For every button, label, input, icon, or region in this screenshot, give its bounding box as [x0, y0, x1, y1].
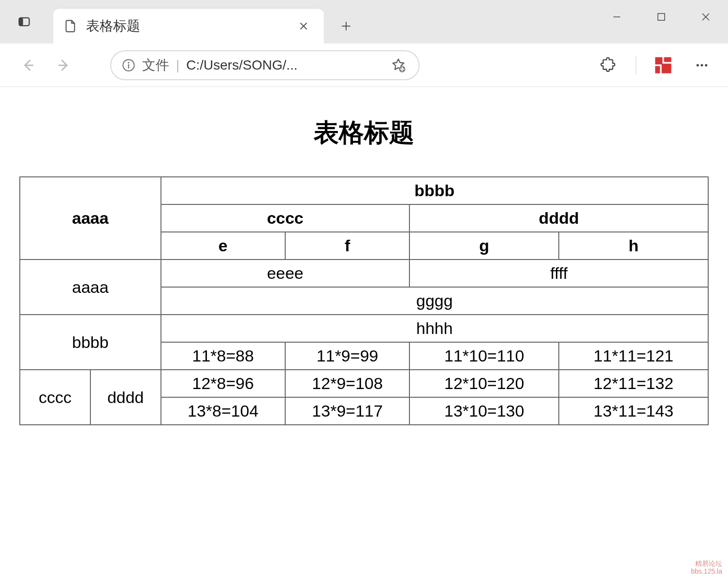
- star-plus-icon: [391, 58, 406, 73]
- svg-rect-1: [19, 18, 23, 26]
- svg-rect-8: [655, 66, 660, 73]
- table-row: bbbb hhhh: [20, 315, 708, 342]
- th-h: h: [559, 232, 708, 260]
- minimize-icon: [612, 12, 622, 22]
- td-hhhh: hhhh: [161, 315, 708, 342]
- td-bbbb: bbbb: [20, 315, 161, 370]
- page-content: 表格标题 aaaa bbbb cccc dddd e f g h aaaa ee…: [0, 87, 728, 578]
- address-separator: |: [176, 58, 179, 73]
- puzzle-icon: [600, 57, 617, 73]
- maximize-button[interactable]: [639, 0, 684, 34]
- toolbar-divider: [636, 57, 636, 74]
- window-controls: [595, 0, 728, 34]
- svg-point-11: [701, 64, 703, 66]
- td-aaaa: aaaa: [20, 260, 161, 315]
- address-url: C:/Users/SONG/...: [186, 58, 389, 73]
- td-eeee: eeee: [161, 260, 410, 287]
- td-cell: 11*9=99: [285, 342, 409, 370]
- td-cell: 11*11=121: [559, 342, 708, 370]
- minimize-button[interactable]: [595, 0, 639, 34]
- td-cell: 13*8=104: [161, 397, 285, 425]
- active-tab[interactable]: 表格标题: [53, 9, 324, 43]
- td-dddd: dddd: [90, 370, 161, 425]
- td-cell: 13*11=143: [559, 397, 708, 425]
- settings-menu-button[interactable]: [690, 54, 713, 77]
- back-button[interactable]: [15, 52, 42, 79]
- td-cell: 11*8=88: [161, 342, 285, 370]
- watermark: 精易论坛 bbs.125.la: [691, 560, 722, 575]
- td-cell: 12*10=120: [409, 370, 559, 397]
- svg-point-12: [705, 64, 707, 66]
- close-window-button[interactable]: [684, 0, 728, 34]
- th-cccc: cccc: [161, 204, 410, 232]
- browser-window: 表格标题: [0, 0, 728, 578]
- td-cell: 11*10=110: [409, 342, 559, 370]
- svg-point-4: [128, 62, 129, 63]
- app-logo-icon: [654, 56, 673, 75]
- td-cell: 13*9=117: [285, 397, 409, 425]
- th-e: e: [161, 232, 285, 260]
- close-icon: [299, 22, 308, 30]
- toolbar-right: [597, 54, 713, 77]
- td-cell: 13*10=130: [409, 397, 559, 425]
- th-aaaa: aaaa: [20, 177, 161, 260]
- watermark-line2: bbs.125.la: [691, 568, 722, 575]
- svg-point-10: [697, 64, 699, 66]
- svg-rect-9: [662, 63, 671, 73]
- td-cell: 12*11=132: [559, 370, 708, 397]
- th-g: g: [409, 232, 559, 260]
- tab-overview-icon: [17, 15, 31, 29]
- td-cell: 12*9=108: [285, 370, 409, 397]
- extension-app-button[interactable]: [652, 54, 675, 77]
- table-row: aaaa eeee ffff: [20, 260, 708, 287]
- forward-button[interactable]: [50, 52, 77, 79]
- plus-icon: [341, 21, 351, 31]
- address-bar[interactable]: 文件 | C:/Users/SONG/...: [110, 50, 420, 80]
- extensions-button[interactable]: [597, 54, 620, 77]
- maximize-icon: [657, 13, 666, 21]
- th-dddd: dddd: [409, 204, 708, 232]
- table-row: aaaa bbbb: [20, 177, 708, 204]
- ellipsis-icon: [695, 58, 709, 72]
- arrow-left-icon: [21, 58, 35, 72]
- close-tab-button[interactable]: [294, 16, 313, 36]
- info-icon: [122, 58, 135, 72]
- watermark-line1: 精易论坛: [691, 560, 722, 567]
- toolbar: 文件 | C:/Users/SONG/...: [0, 43, 728, 87]
- add-favorite-button[interactable]: [389, 56, 408, 75]
- td-ffff: ffff: [409, 260, 708, 287]
- svg-rect-6: [655, 57, 662, 64]
- th-f: f: [285, 232, 409, 260]
- td-cell: 12*8=96: [161, 370, 285, 397]
- titlebar-left: [0, 0, 48, 43]
- page-title: 表格标题: [19, 116, 709, 150]
- tab-title: 表格标题: [86, 17, 294, 35]
- td-cccc: cccc: [20, 370, 90, 425]
- address-protocol-label: 文件: [142, 56, 169, 74]
- td-gggg: gggg: [161, 287, 708, 315]
- arrow-right-icon: [57, 58, 71, 72]
- titlebar: 表格标题: [0, 0, 728, 43]
- file-icon: [64, 19, 77, 33]
- close-icon: [701, 12, 711, 22]
- new-tab-button[interactable]: [333, 13, 360, 40]
- data-table: aaaa bbbb cccc dddd e f g h aaaa eeee ff…: [19, 176, 709, 425]
- svg-rect-2: [658, 14, 665, 20]
- svg-rect-7: [664, 57, 671, 62]
- th-bbbb: bbbb: [161, 177, 708, 204]
- tab-overview-button[interactable]: [10, 7, 39, 36]
- table-row: cccc dddd 12*8=96 12*9=108 12*10=120 12*…: [20, 370, 708, 397]
